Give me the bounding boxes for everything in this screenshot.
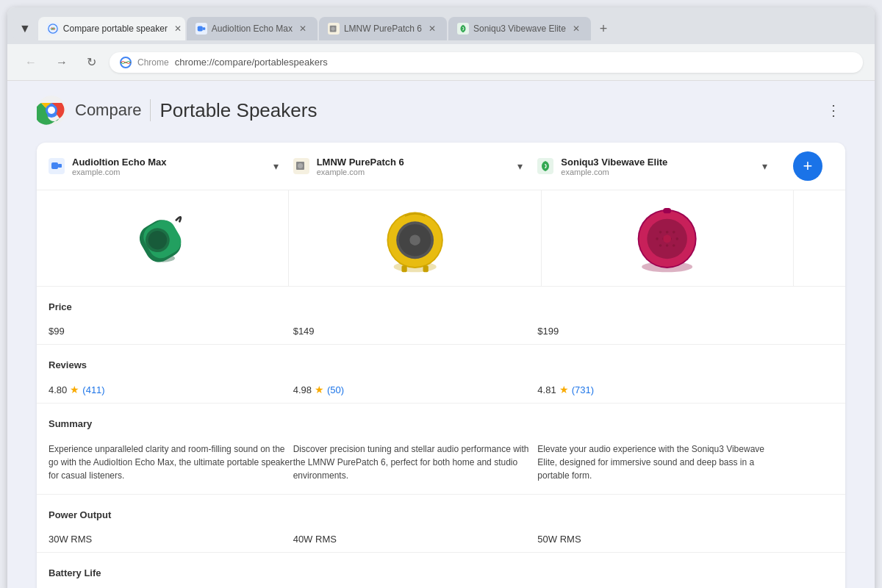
- reviews-label: Reviews: [49, 354, 833, 373]
- svg-point-33: [673, 231, 675, 234]
- audiotion-tab-close[interactable]: ✕: [297, 23, 309, 35]
- soniqu3-tab-favicon: [457, 23, 469, 35]
- page-content: Compare Portable Speakers ⋮: [7, 81, 875, 588]
- svg-rect-1: [198, 26, 203, 32]
- power-3: 50W RMS: [537, 534, 782, 545]
- reviews-1: 4.80 ★ (411): [49, 384, 293, 395]
- review-count-1: (411): [82, 384, 104, 395]
- forward-button[interactable]: →: [50, 53, 74, 72]
- product-3-info: Soniqu3 Vibewave Elite example.com: [561, 157, 752, 176]
- product-headers-row: AudioItion Echo Max example.com ▾ LMNW: [37, 143, 845, 190]
- browser-window: ▼ Compare portable speaker ✕ AudioItion …: [7, 7, 875, 588]
- page-title: Portable Speakers: [159, 99, 317, 122]
- product-1-favicon: [49, 158, 65, 174]
- svg-point-13: [298, 163, 303, 168]
- chrome-logo: [37, 96, 66, 125]
- review-score-2: 4.98: [293, 384, 312, 395]
- soniqu3-tab-label: Soniqu3 Vibewave Elite: [473, 24, 566, 34]
- svg-point-38: [659, 244, 662, 247]
- battery-section-title: Battery Life: [37, 553, 845, 584]
- tab-list-dropdown[interactable]: ▼: [13, 18, 37, 40]
- battery-data-row: Up to 15 hours Up to 20 hours Up to 24 h…: [37, 584, 845, 588]
- product-2-name: LMNW PurePatch 6: [317, 157, 508, 168]
- svg-rect-42: [663, 208, 671, 213]
- star-icon-3: ★: [559, 384, 569, 395]
- product-1-image: [116, 201, 209, 275]
- product-3-domain: example.com: [561, 168, 752, 176]
- summary-1: Experience unparalleled clarity and room…: [49, 442, 293, 482]
- product-3-name: Soniqu3 Vibewave Elite: [561, 157, 752, 168]
- svg-rect-11: [58, 164, 62, 168]
- lmnw-tab-label: LMNW PurePatch 6: [344, 24, 422, 34]
- price-3: $199: [537, 326, 782, 337]
- add-product-cell: +: [782, 151, 833, 181]
- price-data-row: $99 $149 $199: [37, 318, 845, 345]
- star-icon-1: ★: [70, 384, 79, 395]
- svg-point-41: [663, 234, 671, 243]
- summary-label: Summary: [49, 412, 833, 432]
- reviews-3: 4.81 ★ (731): [537, 384, 782, 395]
- product-2-dropdown[interactable]: ▾: [514, 157, 526, 175]
- summary-2: Discover precision tuning and stellar au…: [293, 442, 538, 482]
- add-product-button[interactable]: +: [793, 151, 822, 181]
- review-count-3: (731): [572, 384, 594, 395]
- url-display: chrome://compare/portablespeakers: [175, 57, 328, 68]
- compare-tab-label: Compare portable speaker: [63, 24, 168, 34]
- tab-bar: ▼ Compare portable speaker ✕ AudioItion …: [7, 7, 875, 44]
- svg-point-32: [666, 231, 669, 234]
- lmnw-tab-favicon: [328, 23, 340, 35]
- lmnw-tab-close[interactable]: ✕: [426, 23, 438, 35]
- product-3-dropdown[interactable]: ▾: [759, 157, 770, 175]
- svg-point-24: [409, 234, 420, 245]
- refresh-button[interactable]: ↻: [81, 52, 102, 72]
- svg-rect-2: [203, 27, 206, 30]
- back-button[interactable]: ←: [19, 53, 43, 72]
- header-left: Compare Portable Speakers: [37, 96, 317, 125]
- review-score-3: 4.81: [537, 384, 556, 395]
- product-3-image: [620, 201, 714, 275]
- svg-point-40: [673, 244, 675, 247]
- price-2: $149: [293, 326, 538, 337]
- svg-rect-25: [401, 265, 406, 272]
- product-header-2: LMNW PurePatch 6 example.com ▾: [293, 157, 526, 176]
- svg-point-31: [659, 231, 662, 234]
- compare-tab-close[interactable]: ✕: [172, 23, 184, 35]
- tab-soniqu3[interactable]: Soniqu3 Vibewave Elite ✕: [448, 17, 591, 40]
- review-score-1: 4.80: [49, 384, 67, 395]
- product-header-3: Soniqu3 Vibewave Elite example.com ▾: [537, 157, 770, 176]
- price-label: Price: [49, 295, 833, 315]
- address-bar: ← → ↻ Chrome chrome://compare/portablesp…: [7, 44, 875, 81]
- new-tab-button[interactable]: +: [592, 17, 615, 41]
- chrome-favicon-small: [120, 57, 132, 68]
- soniqu3-tab-close[interactable]: ✕: [570, 23, 582, 35]
- svg-point-9: [48, 107, 55, 114]
- power-data-row: 30W RMS 40W RMS 50W RMS: [37, 526, 845, 553]
- svg-rect-10: [51, 162, 58, 169]
- power-label: Power Output: [49, 503, 833, 523]
- svg-point-4: [331, 26, 334, 30]
- product-1-dropdown[interactable]: ▾: [270, 157, 282, 175]
- product-1-name: AudioItion Echo Max: [72, 157, 263, 168]
- svg-point-34: [656, 237, 659, 240]
- url-host: Chrome: [137, 57, 169, 68]
- summary-3: Elevate your audio experience with the S…: [537, 442, 782, 482]
- product-image-spacer: [794, 190, 845, 286]
- reviews-section-title: Reviews: [37, 345, 845, 376]
- tab-compare[interactable]: Compare portable speaker ✕: [38, 17, 185, 40]
- url-bar[interactable]: Chrome chrome://compare/portablespeakers: [110, 52, 863, 73]
- product-2-domain: example.com: [317, 168, 508, 176]
- tab-audiotion[interactable]: AudioItion Echo Max ✕: [187, 17, 318, 40]
- product-2-image: [368, 201, 462, 275]
- product-1-image-cell: [37, 190, 289, 286]
- page-header: Compare Portable Speakers ⋮: [37, 96, 845, 125]
- reviews-data-row: 4.80 ★ (411) 4.98 ★ (50) 4.81 ★ (731): [37, 376, 845, 404]
- header-divider: [150, 99, 151, 121]
- power-2: 40W RMS: [293, 534, 538, 545]
- audiotion-tab-favicon: [196, 23, 207, 35]
- review-count-2: (50): [327, 384, 344, 395]
- audiotion-tab-label: AudioItion Echo Max: [212, 24, 293, 34]
- more-options-button[interactable]: ⋮: [822, 97, 845, 123]
- tab-lmnw[interactable]: LMNW PurePatch 6 ✕: [319, 17, 447, 40]
- product-3-favicon: [537, 158, 553, 174]
- product-1-info: AudioItion Echo Max example.com: [72, 157, 263, 176]
